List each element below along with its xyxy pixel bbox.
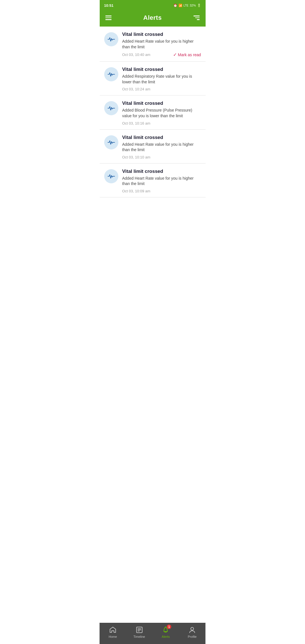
nav-label-alerts: Alerts [162, 635, 170, 638]
nav-label-timeline: Timeline [134, 635, 145, 638]
alert-timestamp: Oct 03, 10:16 am [122, 121, 151, 125]
status-bar: 10:51 ⏰ 📶 LTE 32% 🔋 [100, 0, 206, 10]
alert-title: Vital limit crossed [122, 32, 201, 37]
alert-title: Vital limit crossed [122, 101, 201, 106]
alert-title: Vital limit crossed [122, 67, 201, 72]
alert-footer: Oct 03, 10:16 am [122, 121, 201, 125]
page-title: Alerts [143, 14, 162, 21]
alerts-list: Vital limit crossed Added Heart Rate val… [100, 27, 206, 220]
alert-item: Vital limit crossed Added Heart Rate val… [100, 130, 206, 164]
svg-point-5 [165, 627, 166, 628]
filter-icon[interactable] [193, 16, 200, 20]
alert-footer: Oct 03, 10:10 am [122, 155, 201, 159]
nav-item-profile[interactable]: Profile [182, 626, 202, 638]
home-icon [109, 626, 117, 634]
alert-description: Added Heart Rate value for you is higher… [122, 142, 201, 153]
vital-alert-icon [104, 32, 118, 46]
alert-content: Vital limit crossed Added Heart Rate val… [122, 169, 201, 193]
alert-title: Vital limit crossed [122, 135, 201, 140]
alert-description: Added Heart Rate value for you is higher… [122, 176, 201, 187]
battery-icon: 🔋 [197, 4, 201, 7]
vital-alert-icon [104, 101, 118, 115]
alert-timestamp: Oct 03, 10:10 am [122, 155, 151, 159]
alert-content: Vital limit crossed Added Respiratory Ra… [122, 67, 201, 91]
timeline-icon [135, 626, 143, 634]
wifi-icon: 📶 [178, 4, 182, 7]
profile-icon [188, 626, 196, 634]
alert-item: Vital limit crossed Added Respiratory Ra… [100, 62, 206, 95]
nav-item-home[interactable]: Home [103, 626, 123, 638]
nav-item-alerts[interactable]: 1 Alerts [156, 626, 176, 638]
alert-item: Vital limit crossed Added Heart Rate val… [100, 27, 206, 62]
alerts-badge: 1 [167, 625, 171, 629]
svg-point-6 [191, 627, 194, 630]
vital-alert-icon [104, 135, 118, 149]
checkmark-icon: ✓ [173, 52, 177, 57]
nav-label-home: Home [109, 635, 117, 638]
vital-alert-icon [104, 67, 118, 81]
alarm-icon: ⏰ [173, 4, 177, 7]
alert-title: Vital limit crossed [122, 169, 201, 174]
mark-as-read-button[interactable]: ✓ Mark as read [173, 52, 201, 57]
signal-icon: LTE [184, 4, 189, 7]
alert-content: Vital limit crossed Added Heart Rate val… [122, 135, 201, 159]
alert-footer: Oct 03, 10:40 am ✓ Mark as read [122, 52, 201, 57]
status-time: 10:51 [104, 3, 114, 8]
vital-alert-icon [104, 169, 118, 183]
app-header: Alerts [100, 10, 206, 27]
alert-timestamp: Oct 03, 10:09 am [122, 189, 151, 193]
bottom-navigation: Home Timeline 1 Alerts [100, 623, 206, 644]
alert-timestamp: Oct 03, 10:40 am [122, 53, 151, 57]
mark-as-read-label: Mark as read [178, 53, 201, 57]
alert-footer: Oct 03, 10:09 am [122, 189, 201, 193]
alert-footer: Oct 03, 10:24 am [122, 87, 201, 91]
alert-description: Added Respiratory Rate value for you is … [122, 74, 201, 85]
alert-description: Added Heart Rate value for you is higher… [122, 39, 201, 50]
alert-description: Added Blood Pressure (Pulse Pressure) va… [122, 108, 201, 119]
nav-label-profile: Profile [188, 635, 197, 638]
status-icons: ⏰ 📶 LTE 32% 🔋 [173, 4, 201, 7]
alerts-icon: 1 [162, 626, 170, 634]
alert-content: Vital limit crossed Added Heart Rate val… [122, 32, 201, 57]
alert-item: Vital limit crossed Added Heart Rate val… [100, 164, 206, 197]
battery-text: 32% [189, 4, 196, 7]
alert-item: Vital limit crossed Added Blood Pressure… [100, 95, 206, 129]
nav-item-timeline[interactable]: Timeline [129, 626, 149, 638]
hamburger-menu-icon[interactable] [105, 16, 112, 20]
alert-timestamp: Oct 03, 10:24 am [122, 87, 151, 91]
alert-content: Vital limit crossed Added Blood Pressure… [122, 101, 201, 125]
